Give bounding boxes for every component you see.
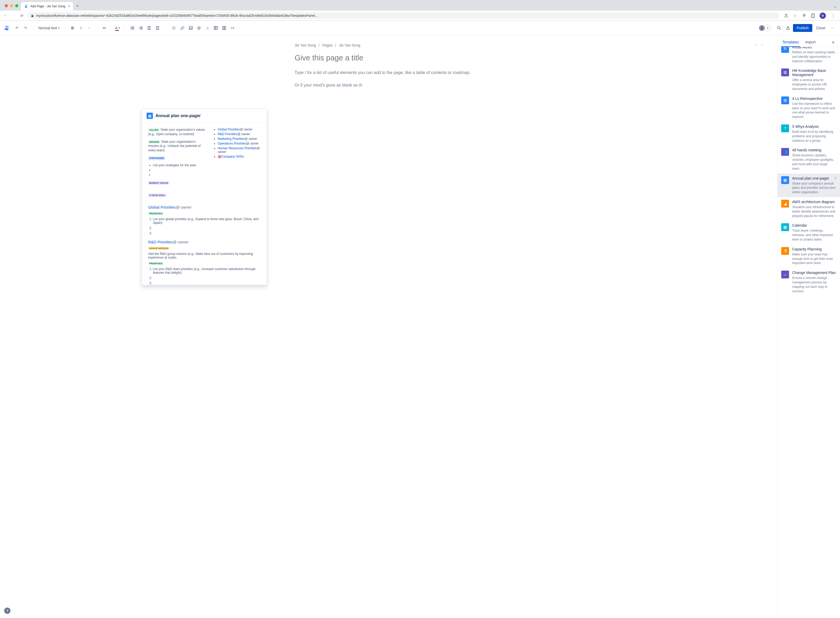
tab-templates[interactable]: Templates <box>781 38 800 47</box>
side-panel-icon[interactable] <box>812 13 815 18</box>
emoji-button[interactable]: ☺ <box>203 24 211 32</box>
preview-link[interactable]: Operations Priorities <box>218 142 246 146</box>
preview-link[interactable]: Company OKRs <box>221 155 244 158</box>
undo-button[interactable]: ↶ <box>13 24 21 32</box>
template-icon: 👥 <box>781 148 789 156</box>
svg-rect-5 <box>132 29 134 29</box>
close-panel-button[interactable]: × <box>830 39 836 46</box>
redo-button[interactable]: ↷ <box>21 24 29 32</box>
editor-hint: Type / for a list of useful elements you… <box>295 70 483 76</box>
close-button[interactable]: Close <box>813 24 828 32</box>
address-bar-row: ← → ⟳ mycloudconfluence.atlassian.net/wi… <box>0 10 840 21</box>
breadcrumb: Jie Yan Song / Pages / Jie Yan Song <box>295 43 483 47</box>
svg-rect-3 <box>132 28 134 28</box>
help-button[interactable]: ? <box>4 608 10 614</box>
template-icon: ▦ <box>781 176 789 184</box>
confluence-favicon-icon <box>24 4 28 8</box>
template-item[interactable]: 👥 All hands meeting Share business updat… <box>778 146 840 173</box>
svg-rect-20 <box>222 27 224 30</box>
browser-tab[interactable]: Add Page - Jie Yan Song × <box>21 2 73 10</box>
preview-link[interactable]: Marketing Priorities <box>218 137 244 141</box>
template-description: Ensure a smooth change management proces… <box>792 276 836 293</box>
invite-button[interactable]: + <box>764 25 771 31</box>
template-description: Offer a central area for employees to ac… <box>792 78 836 91</box>
text-color-button[interactable]: A▾ <box>114 24 121 32</box>
preview-link[interactable]: Human Resources Priorities <box>218 146 256 150</box>
browser-actions: ☆ H ⋮ <box>782 13 837 19</box>
outdent-button[interactable] <box>145 24 153 32</box>
publish-button[interactable]: Publish <box>793 24 812 32</box>
template-item[interactable]: ⚗ Capacity Planning Make sure your team … <box>778 244 840 268</box>
numbered-list-button[interactable]: 123 <box>137 24 145 32</box>
more-actions-button[interactable]: ··· <box>829 24 837 32</box>
bullet-list-button[interactable] <box>129 24 136 32</box>
template-item[interactable]: ⊞ HR Knowledge Base Management Offer a c… <box>778 66 840 94</box>
extensions-icon[interactable] <box>802 13 806 18</box>
template-title: Ritual Reset <box>792 47 836 49</box>
strategies-lozenge: STRATEGIES <box>148 156 165 160</box>
template-title: HR Knowledge Base Management <box>792 68 836 77</box>
template-icon: ↔ <box>781 270 789 278</box>
page-title-input[interactable] <box>295 53 483 62</box>
url-bar[interactable]: mycloudconfluence.atlassian.net/wiki/spa… <box>28 12 779 19</box>
action-item-button[interactable]: ☑ <box>170 24 178 32</box>
maximize-window[interactable] <box>15 4 18 7</box>
profile-avatar[interactable]: H <box>819 13 826 19</box>
italic-button[interactable]: I <box>77 24 85 32</box>
layouts-button[interactable] <box>220 24 228 32</box>
preview-title: Annual plan one-pager <box>156 113 201 118</box>
chrome-menu-icon[interactable]: ⋮ <box>831 13 836 19</box>
breadcrumb-item[interactable]: Pages <box>322 43 333 47</box>
restrictions-button[interactable] <box>784 24 792 32</box>
preview-link[interactable]: Global Priorities <box>218 128 240 131</box>
align-dropdown[interactable]: ≡ ▾ <box>100 24 108 32</box>
page-width-toggle[interactable]: ← → <box>754 43 764 47</box>
svg-rect-17 <box>156 29 159 30</box>
back-button[interactable]: ← <box>3 13 8 18</box>
group-mission-lozenge: GROUP MISSION <box>148 247 169 250</box>
preview-link[interactable]: R&D Priorities <box>218 132 237 136</box>
close-tab-icon[interactable]: × <box>68 4 70 8</box>
svg-rect-15 <box>156 27 159 27</box>
breadcrumb-item[interactable]: Jie Yan Song <box>295 43 316 47</box>
bold-button[interactable]: B <box>69 24 77 32</box>
insert-more-button[interactable]: + ▾ <box>229 24 237 32</box>
breadcrumb-item[interactable]: Jie Yan Song <box>339 43 360 47</box>
more-formatting-button[interactable]: ··· <box>86 24 93 32</box>
template-item[interactable]: ? 5 Whys Analysis Build team trust by id… <box>778 122 840 146</box>
section-heading: R&D Priorities@ owner <box>148 240 261 244</box>
template-item[interactable]: ↔ Change Management Plan Ensure a smooth… <box>778 268 840 296</box>
find-button[interactable] <box>775 24 783 32</box>
confluence-logo-icon[interactable] <box>3 24 10 32</box>
svg-rect-16 <box>157 28 159 28</box>
reload-button[interactable]: ⟳ <box>19 13 25 18</box>
image-button[interactable] <box>187 24 195 32</box>
template-icon: ↻ <box>781 47 789 53</box>
template-list[interactable]: ↻ Ritual Reset Reflect on team working h… <box>778 47 840 618</box>
star-icon[interactable]: ☆ <box>834 176 837 180</box>
template-title: 5 Whys Analysis <box>792 125 836 129</box>
template-item[interactable]: ◢ AWS architecture diagram Visualize you… <box>778 197 840 221</box>
template-description: Share your company's annual plans and pr… <box>792 181 836 195</box>
template-item[interactable]: ▦ Calendar Track leave, meetings, releas… <box>778 221 840 244</box>
tab-import[interactable]: Import <box>804 38 817 47</box>
link-button[interactable]: 🔗 <box>178 24 186 32</box>
template-item[interactable]: ↻ Ritual Reset Reflect on team working h… <box>778 47 840 66</box>
share-icon[interactable] <box>784 13 788 18</box>
mention-button[interactable]: @ <box>195 24 203 32</box>
new-tab-button[interactable]: + <box>73 1 82 10</box>
text-style-dropdown[interactable]: Normal text ▾ <box>36 25 62 31</box>
template-icon: ⚗ <box>781 247 789 255</box>
template-icon: ⊞ <box>781 97 789 104</box>
minimize-window[interactable] <box>10 4 13 7</box>
table-button[interactable] <box>212 24 220 32</box>
template-item[interactable]: ⊞ 4 Ls Retrospective Use this framework … <box>778 94 840 122</box>
bookmark-star-icon[interactable]: ☆ <box>794 13 797 18</box>
market-lozenge: MARKET FOCUS <box>148 181 169 185</box>
svg-rect-9 <box>140 28 142 28</box>
template-item[interactable]: ▦ Annual plan one-pager Share your compa… <box>778 174 840 197</box>
template-description: Visualize your infrastructure to better … <box>792 205 836 218</box>
close-window[interactable] <box>5 4 8 7</box>
tab-chevron-icon[interactable]: ⌄ <box>831 2 840 10</box>
indent-button[interactable] <box>154 24 161 32</box>
